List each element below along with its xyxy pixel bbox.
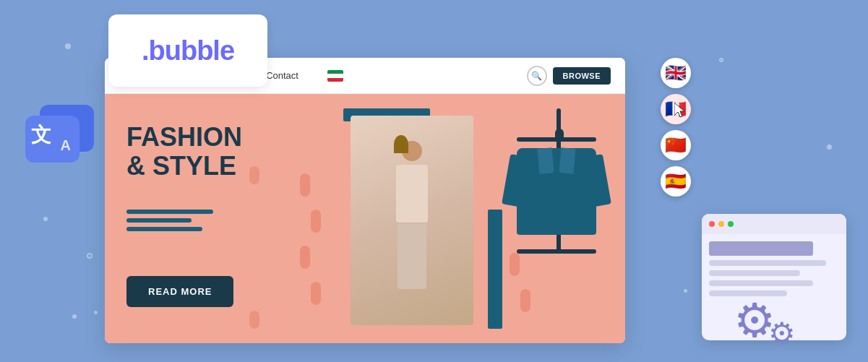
translate-char: 文 [31,121,51,149]
teal-bar-vertical [488,210,502,329]
nav-contact[interactable]: Contact [266,70,298,81]
deco-line-3 [126,227,202,231]
browser-url-bar [709,241,813,256]
figure-hair [394,135,408,153]
jacket-collar-left [538,147,554,174]
browse-button[interactable]: BROWSE [553,67,611,85]
browser-content-line-2 [709,270,800,276]
hero-title: FASHION & STYLE [126,123,242,180]
flags-panel: 🇬🇧 🇫🇷 🇨🇳 🇪🇸 [661,58,691,197]
jacket-sleeve-left [502,154,530,207]
flag-english[interactable]: 🇬🇧 [661,58,691,88]
flag-spanish[interactable]: 🇪🇸 [661,166,691,197]
bubble-dot: . [142,35,149,66]
translate-icon: 文 A [22,101,101,166]
bg-dot-3 [94,311,98,314]
jacket-body [517,148,596,235]
search-icon[interactable]: 🔍 [527,66,547,86]
fashion-site-mockup: News App About Us Contact 🔍 BROWSE FASHI… [105,58,625,343]
figure-torso [396,165,428,223]
deco-pill-4 [311,282,321,305]
translate-letter: A [61,137,71,154]
nav-search-area: 🔍 BROWSE [527,66,611,86]
deco-pill-7 [249,166,259,184]
bubble-logo: .bubble [142,35,234,66]
rack-base [517,249,596,254]
nav-flag-italy [327,70,343,82]
read-more-button[interactable]: READ MORE [126,276,233,307]
bubble-logo-card: .bubble [108,14,267,87]
bg-circle-outline-2 [719,58,723,62]
browser-content-line-3 [709,280,813,286]
clothing-rack [502,108,611,325]
bg-dot-8 [72,314,77,319]
jacket-display [510,148,603,249]
jacket-sleeve-right [583,154,611,207]
flag-chinese[interactable]: 🇨🇳 [661,130,691,160]
deco-pill-3 [300,246,310,269]
bg-dot-4 [827,145,832,150]
figure-pants [398,224,426,289]
hero-title-line1: FASHION [126,123,242,152]
bg-dot-1 [65,43,71,49]
bg-circle-outline-1 [87,253,93,259]
translate-bubble-front: 文 A [25,116,80,163]
bubble-text: bubble [149,35,235,66]
model-figure [351,116,473,325]
browser-dot-green [728,221,734,227]
browser-titlebar [702,214,846,234]
site-hero: FASHION & STYLE READ MORE [105,94,625,343]
deco-pill-8 [249,311,259,329]
browser-content-line-1 [709,260,826,266]
deco-pill-1 [300,173,310,197]
hero-title-line2: & STYLE [126,152,242,181]
deco-line-1 [126,210,213,214]
decorative-lines [126,210,213,231]
bg-dot-2 [43,217,48,221]
browser-dot-red [709,221,715,227]
jacket-collar-right [559,147,576,174]
model-photo [351,116,473,325]
figure-body [387,141,437,300]
browser-dot-yellow [718,221,724,227]
bg-dot-5 [684,289,687,293]
gears-container: ⚙ ⚙ [734,293,796,348]
cursor-pointer [674,103,689,124]
gear-small-icon: ⚙ [768,316,796,351]
deco-line-2 [126,218,192,223]
deco-pill-2 [311,210,321,233]
